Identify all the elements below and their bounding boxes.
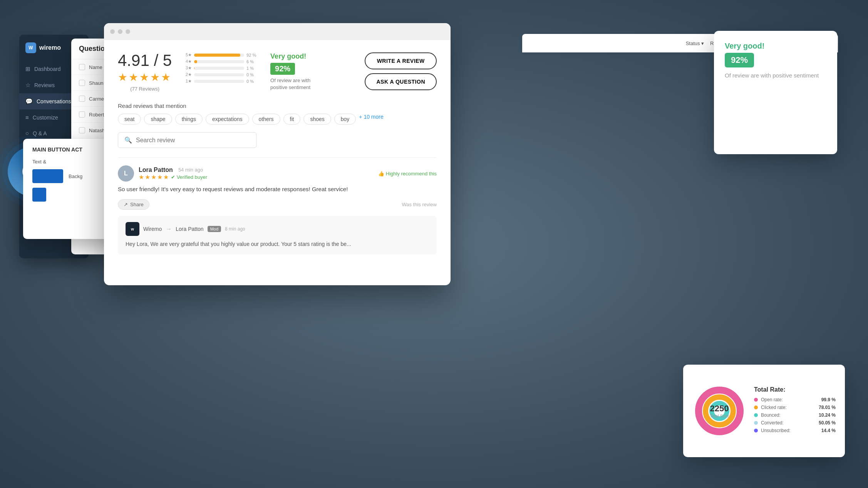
row-checkbox[interactable] <box>79 111 85 118</box>
r-star-5: ★ <box>163 173 169 181</box>
row-checkbox[interactable] <box>79 96 85 102</box>
donut-chart: 2250 Total Sent <box>692 384 746 438</box>
legend-value-clicked: 78.01 % <box>819 405 836 410</box>
legend-label-bounced: Bounced: <box>761 412 816 418</box>
mentions-title: Read reviews that mention <box>118 103 437 109</box>
stars: ★ ★ ★ ★ ★ <box>118 71 172 84</box>
tag-more[interactable]: + 10 more <box>359 114 383 125</box>
row-checkbox[interactable] <box>79 80 85 86</box>
sentiment-panel: Very good! 92% Of review are with positi… <box>714 31 837 154</box>
reviewer-avatar: L <box>118 165 134 182</box>
search-bar[interactable]: 🔍 <box>118 132 256 148</box>
row-checkbox[interactable] <box>79 64 85 70</box>
bar-row-5: 5★ 92 % <box>184 52 258 57</box>
share-button[interactable]: ↗ Share <box>118 199 149 210</box>
sp-title: Very good! <box>725 42 826 50</box>
tag-expectations[interactable]: expectations <box>206 114 249 125</box>
review-time: 54 min ago <box>178 167 203 173</box>
bar-label-3: 3★ <box>184 66 192 71</box>
bar-label-5: 5★ <box>184 52 192 57</box>
legend-value-open: 99.9 % <box>821 397 836 402</box>
tag-boy[interactable]: boy <box>334 114 356 125</box>
legend-dot-open <box>754 398 758 402</box>
review-item: L Lora Patton 54 min ago ★ ★ ★ ★ <box>118 157 437 254</box>
tag-fit[interactable]: fit <box>283 114 301 125</box>
tags-container: seat shape things expectations others fi… <box>118 114 437 125</box>
chat-icon: 💬 <box>25 98 33 105</box>
legend-item-unsub: Unsubscribed: 14.4 % <box>754 428 836 433</box>
reviewer-meta: Lora Patton 54 min ago ★ ★ ★ ★ ★ ✔ V <box>139 167 207 181</box>
r-star-1: ★ <box>139 173 144 181</box>
legend-item-open: Open rate: 99.9 % <box>754 397 836 402</box>
reviewer-name: Lora Patton <box>139 167 173 173</box>
window-dot-yellow <box>118 29 122 34</box>
sliders-icon: ≡ <box>25 114 29 121</box>
bar-pct-5: 92 % <box>246 53 258 57</box>
legend-label-converted: Converted: <box>761 420 816 426</box>
was-helpful-text: Was this review <box>402 202 437 207</box>
status-filter[interactable]: Status ▾ <box>686 40 704 46</box>
tag-things[interactable]: things <box>175 114 203 125</box>
star-2: ★ <box>129 71 138 84</box>
r-star-4: ★ <box>157 173 163 181</box>
review-actions: ↗ Share Was this review <box>118 199 437 210</box>
donut-legend: Total Rate: Open rate: 99.9 % Clicked ra… <box>754 386 836 436</box>
legend-value-converted: 50.05 % <box>819 420 836 426</box>
bar-pct-4: 6 % <box>246 59 258 64</box>
sidebar-item-label: Q & A <box>33 130 47 136</box>
rating-section: 4.91 / 5 ★ ★ ★ ★ ★ (77 Reviews) 5★ 92 % <box>118 52 437 92</box>
reply-text: Hey Lora, We are very grateful that you … <box>126 240 429 248</box>
legend-dot-bounced <box>754 413 758 417</box>
browser-window: 4.91 / 5 ★ ★ ★ ★ ★ (77 Reviews) 5★ 92 % <box>104 23 451 285</box>
legend-value-bounced: 10.24 % <box>819 412 836 418</box>
star-1: ★ <box>118 71 127 84</box>
donut-center: 2250 Total Sent <box>710 404 729 418</box>
bar-track-2 <box>194 73 244 76</box>
grid-icon: ⊞ <box>25 66 30 72</box>
sidebar-item-label: Conversations <box>37 98 71 104</box>
brand-name: wiremo <box>39 44 61 51</box>
legend-dot-unsub <box>754 429 758 432</box>
mbp-label-text: Text & <box>32 159 46 165</box>
ask-question-button[interactable]: ASK A QUESTION <box>365 73 437 90</box>
mbp-label-bg: Backg <box>69 173 82 179</box>
star-icon: ☆ <box>25 82 30 89</box>
window-dot-green <box>126 29 130 34</box>
write-review-button[interactable]: WRITE A REVIEW <box>365 52 437 69</box>
bar-label-1: 1★ <box>184 79 192 84</box>
reply-header: w Wiremo → Lora Patton Mod 8 min ago <box>126 222 429 236</box>
donut-sublabel: Total Sent <box>710 414 729 418</box>
sentiment-box: Very good! 92% Of review are with positi… <box>270 52 317 91</box>
bar-label-4: 4★ <box>184 59 192 64</box>
sentiment-badge: 92% <box>270 63 295 75</box>
bar-chart: 5★ 92 % 4★ 6 % 3★ <box>184 52 258 84</box>
review-count: (77 Reviews) <box>118 86 172 92</box>
row-checkbox[interactable] <box>79 127 85 133</box>
brand-icon: W <box>25 42 36 53</box>
legend-dot-clicked <box>754 406 758 409</box>
reply-sender: Wiremo <box>143 226 162 232</box>
tag-others[interactable]: others <box>252 114 280 125</box>
recommend-badge: 👍 Highly recommend this <box>378 171 437 177</box>
bar-pct-3: 1 % <box>246 66 258 71</box>
r-star-3: ★ <box>151 173 156 181</box>
donut-number: 2250 <box>710 404 729 414</box>
bar-label-2: 2★ <box>184 72 192 77</box>
sidebar-item-label: Reviews <box>34 82 55 88</box>
legend-value-unsub: 14.4 % <box>821 428 836 433</box>
sentiment-label-good: Very good! <box>270 52 317 61</box>
bar-track-5 <box>194 54 244 57</box>
share-icon: ↗ <box>124 202 128 207</box>
browser-content: 4.91 / 5 ★ ★ ★ ★ ★ (77 Reviews) 5★ 92 % <box>104 40 451 267</box>
tag-shoes[interactable]: shoes <box>303 114 331 125</box>
row-name: Name <box>89 64 102 70</box>
star-3: ★ <box>139 71 149 84</box>
search-input[interactable] <box>136 137 250 144</box>
sidebar-item-label: Dashboard <box>34 66 61 72</box>
bar-track-3 <box>194 67 244 70</box>
sp-badge: 92% <box>725 53 754 67</box>
rating-score: 4.91 / 5 ★ ★ ★ ★ ★ (77 Reviews) <box>118 52 172 92</box>
tag-seat[interactable]: seat <box>118 114 141 125</box>
tag-shape[interactable]: shape <box>144 114 172 125</box>
search-icon: 🔍 <box>124 136 132 144</box>
